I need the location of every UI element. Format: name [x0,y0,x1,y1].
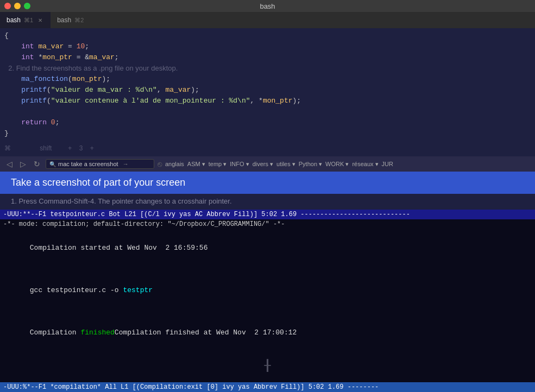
code-line-return: return 0 ; [0,117,535,128]
info-section: 1. Press Command-Shift-4. The pointer ch… [0,194,535,210]
fn-printf2: printf [4,96,47,106]
tab-close-1[interactable]: ✕ [36,16,44,24]
highlight-text: Take a screenshot of part of your screen [11,177,185,188]
bookmark-asm[interactable]: ASM ▾ [187,161,205,168]
search-icon: 🔍 [49,161,56,167]
code-line-brace-close: } [0,128,535,139]
browser-bar: ◁ ▷ ↻ 🔍 mac take a screenshot → ⎋ anglai… [0,156,535,172]
mode-line-top: -UUU:**--F1 testpointeur.c Bot L21 [(C/l… [0,210,535,219]
browser-refresh[interactable]: ↻ [32,159,42,169]
code-line-monptr: int * mon_ptr = & ma_var ; [0,52,535,63]
browser-forward[interactable]: ▷ [18,159,28,169]
search-arrow: → [123,161,129,167]
code-editor: { int ma_var = 10 ; int * mon_ptr = & ma… [0,28,535,140]
str-printf2: "valeur contenue à l'ad de mon_pointeur … [51,96,250,106]
mode-line-bottom: -UUU:%*--F1 *compilation* All L1 [(Compi… [0,382,535,392]
bookmark-temp[interactable]: temp ▾ [209,161,227,168]
tab-shortcut-2: ⌘2 [74,17,84,24]
var-monptr2: mon_ptr [72,74,102,85]
browser-back[interactable]: ◁ [4,159,15,169]
var-mavar2: ma_var [89,52,115,63]
comp-line-blank [4,265,531,274]
bookmark-python[interactable]: Python ▾ [299,161,322,168]
kb-hint-text: ⌘ shift + 3 + [4,144,94,152]
maximize-button[interactable] [24,3,30,9]
tab-bar: bash ⌘1 ✕ bash ⌘2 [0,12,535,28]
bookmark-reseaux[interactable]: réseaux ▾ [352,161,378,168]
traffic-lights [0,3,30,9]
hint-line-2: 2. Find the screenshots as a .png file o… [0,63,535,74]
tab-label-1: bash [7,16,21,24]
code-line-mavar: int ma_var = 10 ; [0,41,535,52]
step1-text: 1. Press Command-Shift-4. The pointer ch… [11,196,524,207]
code-line-fonction: ma_fonction ( mon_ptr ); [0,74,535,85]
bookmark-utiles[interactable]: utiles ▾ [276,161,295,168]
num-zero: 0 [51,117,55,128]
comp-finished: finished [80,328,114,337]
comp-line-1: Compilation started at Wed Nov 2 16:59:5… [4,231,531,265]
emacs-header: -*- mode: compilation; default-directory… [0,219,535,229]
bookmark-work[interactable]: WORK ▾ [325,161,349,168]
num-10: 10 [77,41,85,52]
comp-testptr: testptr [123,286,153,294]
tab-bash-1[interactable]: bash ⌘1 ✕ [0,12,51,28]
main-content: { int ma_var = 10 ; int * mon_ptr = & ma… [0,28,535,392]
tab-label-2: bash [57,16,71,24]
var-mavar3: ma_var [165,85,191,96]
emacs-header-text: -*- mode: compilation; default-directory… [3,220,285,228]
tab-bash-2[interactable]: bash ⌘2 [51,12,90,28]
bookmark-anglais[interactable]: anglais [165,161,184,167]
cursor-graphic-area: ╂ [4,350,531,382]
kw-int2: int [4,52,34,63]
share-icon: ⎋ [158,160,162,168]
code-line-printf1: printf ( "valeur de ma_var : %d\n" , ma_… [0,85,535,96]
search-text: mac take a screenshot [58,161,118,167]
compilation-area: Compilation started at Wed Nov 2 16:59:5… [0,229,535,382]
var-mavar: ma_var [38,41,64,52]
fn-mafonction: ma_fonction [4,74,68,85]
kb-hint-bar: ⌘ shift + 3 + [0,140,535,156]
var-monptr: mon_ptr [42,52,72,63]
code-line-brace-open: { [0,30,535,41]
kw-return: return [4,117,47,128]
comp-line-gcc: gcc testpointeur.c -o testptr [4,274,531,307]
code-line-printf2: printf ( "valeur contenue à l'ad de mon_… [0,96,535,106]
str-printf1: "valeur de ma_var : %d\n" [51,85,157,96]
search-bar[interactable]: 🔍 mac take a screenshot → [46,159,154,169]
bookmark-divers[interactable]: divers ▾ [253,161,273,168]
tab-shortcut-1: ⌘1 [24,17,33,24]
code-line-blank [0,106,535,117]
comp-line-blank2 [4,308,531,317]
minimize-button[interactable] [14,3,21,9]
mode-line-top-text: -UUU:**--F1 testpointeur.c Bot L21 [(C/l… [3,211,410,218]
fn-printf1: printf [4,85,47,96]
cursor-cross-icon: ╂ [264,358,270,375]
mode-line-bottom-text: -UUU:%*--F1 *compilation* All L1 [(Compi… [3,383,379,391]
comp-line-finished: Compilation finishedCompilation finished… [4,317,531,350]
title-bar: bash [0,0,535,12]
window-title: bash [260,2,275,10]
var-monptr3: mon_ptr [263,96,293,106]
bookmark-jur[interactable]: JUR [382,161,393,167]
kw-int: int [4,41,34,52]
bookmark-info[interactable]: INFO ▾ [230,161,249,168]
close-button[interactable] [4,3,11,9]
highlight-bar: Take a screenshot of part of your screen [0,172,535,194]
